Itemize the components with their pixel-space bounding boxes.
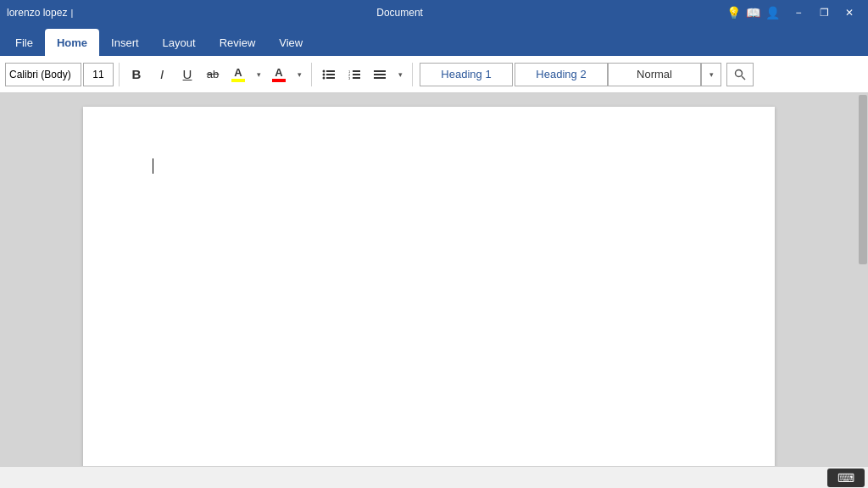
font-size-selector[interactable]: 11 — [83, 63, 114, 86]
text-cursor — [153, 158, 153, 174]
person-icon[interactable]: 👤 — [765, 6, 780, 19]
document-canvas — [0, 93, 858, 466]
paragraph-dropdown[interactable]: ▾ — [393, 63, 407, 86]
main-area — [0, 93, 868, 466]
minimize-button[interactable]: − — [787, 1, 810, 25]
fontcolor-dropdown[interactable]: ▾ — [292, 63, 306, 86]
paragraph-button[interactable] — [368, 63, 392, 86]
svg-rect-6 — [353, 70, 360, 72]
ribbon-tabs: File Home Insert Layout Review View — [0, 25, 868, 56]
title-icons: 💡 📖 👤 — [726, 6, 780, 19]
svg-point-5 — [323, 76, 326, 79]
svg-line-16 — [742, 76, 745, 80]
fontcolor-letter: A — [275, 67, 282, 78]
tab-review[interactable]: Review — [208, 29, 268, 56]
ordered-list-button[interactable]: 123 — [342, 63, 366, 86]
scrollbar-right[interactable] — [858, 93, 868, 466]
username-label: lorenzo lopez — [7, 7, 67, 19]
tab-home[interactable]: Home — [45, 29, 99, 56]
highlight-bar — [231, 79, 245, 82]
svg-rect-12 — [374, 70, 386, 72]
heading1-style[interactable]: Heading 1 — [420, 63, 513, 86]
underline-button[interactable]: U — [175, 63, 199, 86]
highlight-button[interactable]: A — [226, 63, 250, 86]
toolbar: Calibri (Body) 11 B I U ab A ▾ A ▾ 123 ▾… — [0, 56, 868, 93]
svg-rect-13 — [374, 74, 386, 75]
svg-rect-1 — [326, 74, 335, 75]
svg-text:3: 3 — [348, 75, 351, 80]
heading1-label: Heading 1 — [441, 68, 491, 80]
font-color-button[interactable]: A — [267, 63, 291, 86]
svg-rect-0 — [326, 70, 335, 72]
keyboard-symbol: ⌨ — [837, 471, 854, 485]
tab-insert[interactable]: Insert — [99, 29, 151, 56]
fontcolor-bar — [272, 79, 286, 82]
divider-2 — [311, 63, 312, 86]
svg-rect-14 — [374, 77, 386, 79]
highlight-letter: A — [234, 67, 242, 78]
document-page[interactable] — [83, 107, 775, 466]
highlight-dropdown[interactable]: ▾ — [252, 63, 265, 86]
book-icon[interactable]: 📖 — [746, 6, 760, 19]
unordered-list-button[interactable] — [317, 63, 341, 86]
document-title: Document — [73, 7, 726, 19]
search-button[interactable] — [726, 63, 754, 86]
styles-area: Heading 1 Heading 2 Normal ▾ — [420, 63, 721, 86]
keyboard-icon[interactable]: ⌨ — [827, 469, 865, 487]
svg-rect-7 — [353, 74, 360, 75]
title-bar: lorenzo lopez | Document 💡 📖 👤 − ❐ ✕ — [0, 0, 868, 25]
font-name-selector[interactable]: Calibri (Body) — [5, 63, 81, 86]
normal-label: Normal — [637, 68, 672, 80]
user-info: lorenzo lopez | — [7, 7, 73, 19]
tab-view[interactable]: View — [267, 29, 314, 56]
bottom-bar: ⌨ — [0, 466, 868, 488]
heading2-label: Heading 2 — [536, 68, 586, 80]
restore-button[interactable]: ❐ — [812, 1, 836, 25]
svg-rect-8 — [353, 77, 360, 79]
divider-3 — [412, 63, 413, 86]
close-button[interactable]: ✕ — [837, 1, 861, 25]
normal-style[interactable]: Normal — [608, 63, 701, 86]
heading2-style[interactable]: Heading 2 — [515, 63, 608, 86]
svg-point-4 — [323, 73, 326, 75]
window-controls: − ❐ ✕ — [787, 1, 861, 25]
scrollbar-thumb[interactable] — [859, 95, 867, 264]
svg-point-15 — [736, 69, 743, 76]
italic-button[interactable]: I — [150, 63, 174, 86]
bold-button[interactable]: B — [125, 63, 148, 86]
tab-layout[interactable]: Layout — [151, 29, 208, 56]
strikethrough-button[interactable]: ab — [201, 63, 225, 86]
svg-rect-2 — [326, 77, 335, 79]
lightbulb-icon[interactable]: 💡 — [726, 6, 741, 19]
divider-1 — [119, 63, 120, 86]
tab-file[interactable]: File — [3, 29, 45, 56]
styles-dropdown-button[interactable]: ▾ — [701, 63, 721, 86]
svg-point-3 — [323, 69, 326, 72]
